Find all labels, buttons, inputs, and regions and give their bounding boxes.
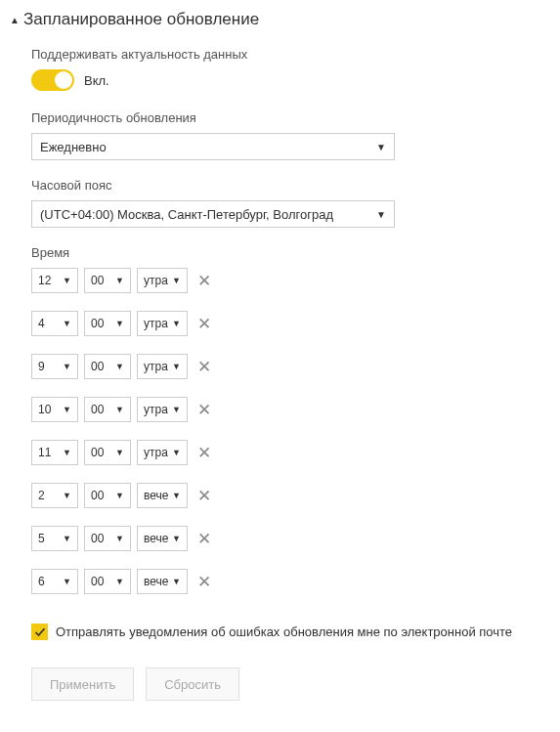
section-header[interactable]: ▲ Запланированное обновление — [10, 10, 550, 29]
apply-button-label: Применить — [50, 677, 115, 692]
time-row: 2▼00▼вече▼✕ — [31, 483, 550, 508]
toggle-state-label: Вкл. — [84, 73, 109, 88]
chevron-down-icon: ▼ — [63, 319, 71, 328]
hour-select[interactable]: 5▼ — [31, 526, 78, 551]
minute-select[interactable]: 00▼ — [84, 569, 131, 594]
notify-checkbox[interactable] — [31, 624, 48, 640]
minute-select[interactable]: 00▼ — [84, 483, 131, 508]
period-value: утра — [144, 317, 168, 330]
time-row: 10▼00▼утра▼✕ — [31, 397, 550, 422]
minute-value: 00 — [91, 575, 104, 588]
minute-select[interactable]: 00▼ — [84, 397, 131, 422]
hour-select[interactable]: 4▼ — [31, 311, 78, 336]
timezone-label: Часовой пояс — [31, 178, 550, 193]
hour-value: 9 — [38, 360, 45, 373]
remove-time-icon[interactable]: ✕ — [197, 273, 211, 289]
hour-value: 4 — [38, 317, 45, 330]
minute-select[interactable]: 00▼ — [84, 526, 131, 551]
chevron-down-icon: ▼ — [172, 534, 181, 543]
caret-down-icon: ▲ — [10, 15, 20, 25]
period-select[interactable]: утра▼ — [137, 311, 188, 336]
hour-value: 6 — [38, 575, 45, 588]
period-select[interactable]: утра▼ — [137, 268, 188, 293]
period-select[interactable]: вече▼ — [137, 569, 188, 594]
period-value: вече — [144, 575, 168, 588]
check-icon — [34, 626, 46, 638]
hour-select[interactable]: 10▼ — [31, 397, 78, 422]
period-value: утра — [144, 446, 168, 459]
reset-button-label: Сбросить — [164, 677, 221, 692]
remove-time-icon[interactable]: ✕ — [197, 316, 211, 332]
remove-time-icon[interactable]: ✕ — [197, 359, 211, 375]
chevron-down-icon: ▼ — [376, 142, 386, 152]
chevron-down-icon: ▼ — [376, 209, 386, 220]
section-title: Запланированное обновление — [23, 10, 259, 29]
minute-select[interactable]: 00▼ — [84, 354, 131, 379]
minute-value: 00 — [91, 360, 104, 373]
period-select[interactable]: вече▼ — [137, 483, 188, 508]
time-list: 12▼00▼утра▼✕4▼00▼утра▼✕9▼00▼утра▼✕10▼00▼… — [31, 268, 550, 594]
hour-value: 11 — [38, 446, 51, 459]
reset-button[interactable]: Сбросить — [146, 667, 239, 701]
chevron-down-icon: ▼ — [115, 405, 124, 414]
chevron-down-icon: ▼ — [172, 577, 181, 586]
chevron-down-icon: ▼ — [115, 491, 124, 500]
period-select[interactable]: утра▼ — [137, 354, 188, 379]
period-value: вече — [144, 489, 168, 502]
period-value: утра — [144, 360, 168, 373]
chevron-down-icon: ▼ — [115, 276, 124, 285]
chevron-down-icon: ▼ — [63, 534, 71, 543]
period-value: вече — [144, 532, 168, 545]
hour-value: 2 — [38, 489, 45, 502]
chevron-down-icon: ▼ — [172, 276, 181, 285]
period-select[interactable]: утра▼ — [137, 440, 188, 465]
frequency-select[interactable]: Ежедневно ▼ — [31, 133, 395, 160]
chevron-down-icon: ▼ — [63, 405, 71, 414]
period-select[interactable]: утра▼ — [137, 397, 188, 422]
minute-value: 00 — [91, 532, 104, 545]
keep-data-toggle[interactable] — [31, 69, 74, 91]
apply-button[interactable]: Применить — [31, 667, 134, 701]
minute-select[interactable]: 00▼ — [84, 268, 131, 293]
time-row: 4▼00▼утра▼✕ — [31, 311, 550, 336]
remove-time-icon[interactable]: ✕ — [197, 402, 211, 418]
hour-select[interactable]: 9▼ — [31, 354, 78, 379]
chevron-down-icon: ▼ — [115, 319, 124, 328]
remove-time-icon[interactable]: ✕ — [197, 531, 211, 547]
chevron-down-icon: ▼ — [115, 362, 124, 371]
hour-value: 5 — [38, 532, 45, 545]
timezone-value: (UTC+04:00) Москва, Санкт-Петербург, Вол… — [40, 207, 333, 222]
remove-time-icon[interactable]: ✕ — [197, 488, 211, 504]
remove-time-icon[interactable]: ✕ — [197, 574, 211, 590]
chevron-down-icon: ▼ — [115, 534, 124, 543]
chevron-down-icon: ▼ — [172, 448, 181, 457]
minute-value: 00 — [91, 403, 104, 416]
period-select[interactable]: вече▼ — [137, 526, 188, 551]
chevron-down-icon: ▼ — [172, 405, 181, 414]
keep-data-label: Поддерживать актуальность данных — [31, 47, 550, 62]
period-value: утра — [144, 274, 168, 287]
chevron-down-icon: ▼ — [63, 448, 71, 457]
period-value: утра — [144, 403, 168, 416]
time-label: Время — [31, 245, 550, 260]
chevron-down-icon: ▼ — [63, 491, 71, 500]
chevron-down-icon: ▼ — [63, 362, 71, 371]
remove-time-icon[interactable]: ✕ — [197, 445, 211, 461]
time-row: 9▼00▼утра▼✕ — [31, 354, 550, 379]
chevron-down-icon: ▼ — [172, 319, 181, 328]
time-row: 5▼00▼вече▼✕ — [31, 526, 550, 551]
minute-value: 00 — [91, 317, 104, 330]
hour-select[interactable]: 6▼ — [31, 569, 78, 594]
minute-select[interactable]: 00▼ — [84, 440, 131, 465]
hour-select[interactable]: 11▼ — [31, 440, 78, 465]
minute-select[interactable]: 00▼ — [84, 311, 131, 336]
minute-value: 00 — [91, 489, 104, 502]
hour-select[interactable]: 2▼ — [31, 483, 78, 508]
notify-label: Отправлять уведомления об ошибках обновл… — [56, 624, 512, 639]
minute-value: 00 — [91, 274, 104, 287]
chevron-down-icon: ▼ — [63, 276, 71, 285]
hour-value: 10 — [38, 403, 51, 416]
hour-select[interactable]: 12▼ — [31, 268, 78, 293]
chevron-down-icon: ▼ — [63, 577, 71, 586]
timezone-select[interactable]: (UTC+04:00) Москва, Санкт-Петербург, Вол… — [31, 200, 395, 228]
